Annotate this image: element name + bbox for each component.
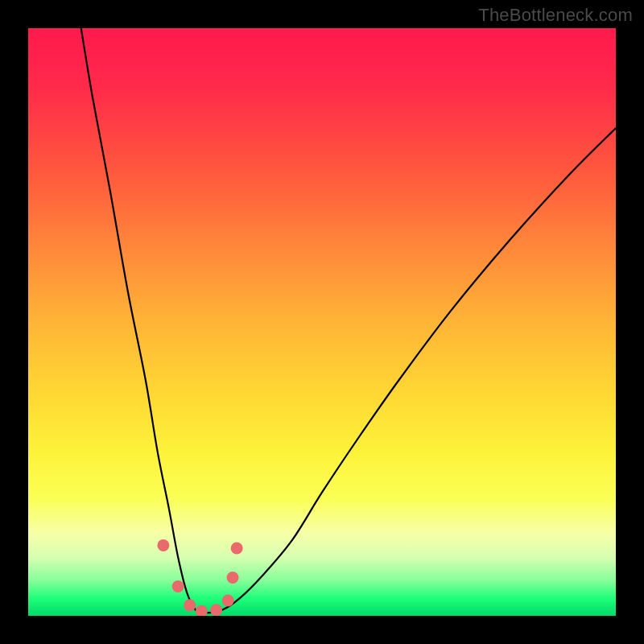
curve-marker [172, 580, 184, 592]
curve-marker [227, 572, 239, 584]
curve-markers [157, 539, 242, 616]
curve-marker [157, 539, 169, 551]
curve-marker [196, 605, 208, 616]
watermark-text: TheBottleneck.com [478, 5, 633, 26]
curve-marker [231, 543, 243, 555]
curve-marker [210, 604, 222, 616]
bottleneck-curve [81, 28, 616, 613]
curve-layer [28, 28, 616, 616]
plot-area [28, 28, 616, 616]
curve-marker [184, 599, 196, 611]
curve-marker [222, 595, 234, 607]
chart-frame: TheBottleneck.com [0, 0, 644, 644]
